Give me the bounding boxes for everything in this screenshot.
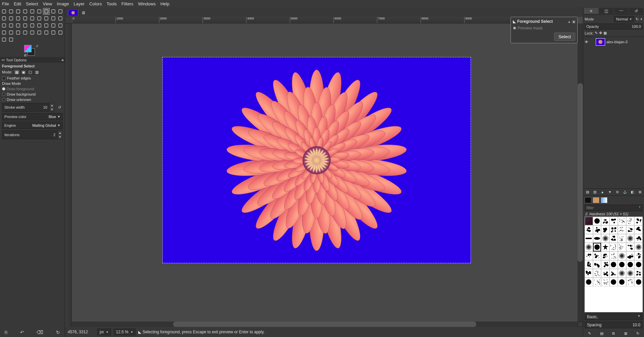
- brush-preset[interactable]: [593, 251, 601, 260]
- canvas-scrollbar-vertical[interactable]: [578, 23, 583, 322]
- scrollbar-thumb[interactable]: [578, 83, 583, 262]
- brushes-tab[interactable]: [585, 197, 591, 203]
- menu-edit[interactable]: Edit: [14, 1, 21, 6]
- brush-preset[interactable]: [626, 269, 635, 278]
- brush-preset[interactable]: [585, 217, 593, 225]
- new-group-button[interactable]: ▥: [591, 189, 598, 195]
- stroke-width-up[interactable]: ▲: [50, 103, 54, 107]
- brush-preset[interactable]: [609, 260, 618, 269]
- brush-preset[interactable]: [626, 217, 635, 225]
- brush-preset[interactable]: [601, 234, 609, 243]
- new-brush-button[interactable]: ▤: [596, 330, 607, 336]
- warp-tool[interactable]: [15, 22, 21, 29]
- brush-preset[interactable]: [626, 243, 635, 251]
- brush-preset[interactable]: [593, 278, 601, 286]
- layer-name[interactable]: alex-blajan-3: [606, 40, 628, 44]
- brush-preset[interactable]: [585, 243, 593, 251]
- eraser-tool[interactable]: [57, 22, 64, 29]
- gradients-tab[interactable]: [601, 197, 607, 203]
- popup-detach-icon[interactable]: ▲: [568, 20, 571, 23]
- menu-view[interactable]: View: [43, 1, 52, 6]
- preview-mask-row[interactable]: ✖ Preview mask: [513, 26, 575, 31]
- brush-preset[interactable]: [601, 217, 609, 225]
- mode-reset-icon[interactable]: ↻: [636, 17, 639, 21]
- transform-tool[interactable]: [57, 8, 64, 15]
- layer-row[interactable]: 👁 alex-blajan-3: [584, 38, 643, 46]
- lock-alpha-icon[interactable]: ▦: [603, 31, 607, 35]
- brush-preset[interactable]: [634, 243, 643, 251]
- dodge-tool[interactable]: [57, 29, 64, 36]
- brush-preset[interactable]: [601, 243, 609, 251]
- rect-select-tool[interactable]: [1, 8, 7, 15]
- select-button[interactable]: Select: [554, 33, 575, 41]
- canvas-scrollbar-horizontal[interactable]: [72, 322, 578, 327]
- lock-pixels-icon[interactable]: ✎: [595, 31, 598, 35]
- mode-replace-button[interactable]: ▦: [14, 69, 20, 75]
- paths-tab[interactable]: 〰: [614, 8, 629, 14]
- measure-tool[interactable]: [8, 15, 14, 22]
- clone-tool[interactable]: [22, 29, 29, 36]
- ruler-horizontal[interactable]: 0100020003000400050006000700080009000: [72, 17, 578, 23]
- iterations-down[interactable]: ▼: [58, 135, 62, 139]
- close-tab-button[interactable]: ⊠: [80, 9, 87, 17]
- preview-color-dropdown[interactable]: Preview color Blue ▼: [2, 113, 63, 120]
- fg-color-swatch[interactable]: [24, 45, 32, 52]
- menu-help[interactable]: Help: [160, 1, 169, 6]
- scale-tool[interactable]: [43, 15, 50, 22]
- brush-preset[interactable]: [618, 234, 626, 243]
- reset-tool-icon[interactable]: ↻: [56, 330, 60, 335]
- rotate-tool[interactable]: [36, 15, 43, 22]
- ink-tool[interactable]: [8, 29, 14, 36]
- brush-preset[interactable]: [585, 234, 593, 243]
- draw-unknown-row[interactable]: Draw unknown: [2, 98, 63, 102]
- delete-brush-button[interactable]: ⊠: [620, 330, 631, 336]
- brush-preset[interactable]: [634, 225, 643, 234]
- brush-preset[interactable]: [601, 278, 609, 286]
- unit-dropdown[interactable]: px ▼: [97, 329, 111, 335]
- draw-foreground-radio[interactable]: [2, 87, 5, 91]
- detach-panel-icon[interactable]: ◀: [61, 58, 63, 62]
- restore-preset-icon[interactable]: ↶: [20, 330, 24, 335]
- blend-mode-dropdown[interactable]: Normal ▼: [614, 16, 634, 22]
- iterations-slider[interactable]: Iterations 2 ▲ ▼: [2, 130, 63, 139]
- patterns-tab[interactable]: [593, 197, 599, 203]
- brush-preset[interactable]: [593, 260, 601, 269]
- stroke-width-down[interactable]: ▼: [50, 107, 54, 111]
- undo-history-tab[interactable]: ↺: [629, 8, 643, 14]
- mode-subtract-button[interactable]: ▢: [27, 69, 33, 75]
- brush-preset[interactable]: [626, 251, 635, 260]
- image-tab[interactable]: [67, 9, 79, 17]
- draw-background-radio[interactable]: [2, 93, 5, 96]
- ruler-vertical[interactable]: [65, 23, 72, 327]
- brush-preset[interactable]: [618, 225, 626, 234]
- zoom-tool[interactable]: [1, 15, 7, 22]
- brush-preset[interactable]: [601, 225, 609, 234]
- zoom-dropdown[interactable]: 12.5 % ▼: [114, 329, 136, 335]
- brush-preset[interactable]: [618, 217, 626, 225]
- feather-edges-checkbox[interactable]: [2, 76, 6, 80]
- feather-edges-row[interactable]: Feather edges: [2, 76, 63, 80]
- menu-layer[interactable]: Layer: [74, 1, 85, 6]
- brush-preset[interactable]: [634, 278, 643, 286]
- channels-tab[interactable]: ◫: [599, 8, 613, 14]
- perspective-tool[interactable]: [57, 15, 64, 22]
- lower-layer-button[interactable]: ▼: [606, 189, 613, 195]
- brush-preset[interactable]: [618, 251, 626, 260]
- brush-preset[interactable]: [609, 225, 618, 234]
- brush-preset[interactable]: [618, 260, 626, 269]
- align-tool[interactable]: [22, 15, 29, 22]
- save-preset-icon[interactable]: ⎘: [5, 330, 7, 335]
- canvas-area[interactable]: [72, 23, 578, 322]
- swap-colors-icon[interactable]: ↺: [36, 44, 38, 48]
- brush-preset[interactable]: [609, 278, 618, 286]
- canvas-navigator-button[interactable]: [578, 322, 583, 327]
- smudge-tool[interactable]: [50, 29, 57, 36]
- brush-preset[interactable]: [609, 217, 618, 225]
- image-canvas[interactable]: [162, 57, 471, 263]
- duplicate-brush-button[interactable]: ⧉: [608, 330, 620, 336]
- brush-preset[interactable]: [626, 260, 635, 269]
- popup-close-icon[interactable]: ▣: [572, 20, 575, 23]
- text-tool-tool[interactable]: [8, 36, 14, 43]
- brush-spacing-slider[interactable]: Spacing 10.0: [585, 322, 643, 328]
- move-tool[interactable]: [15, 15, 21, 22]
